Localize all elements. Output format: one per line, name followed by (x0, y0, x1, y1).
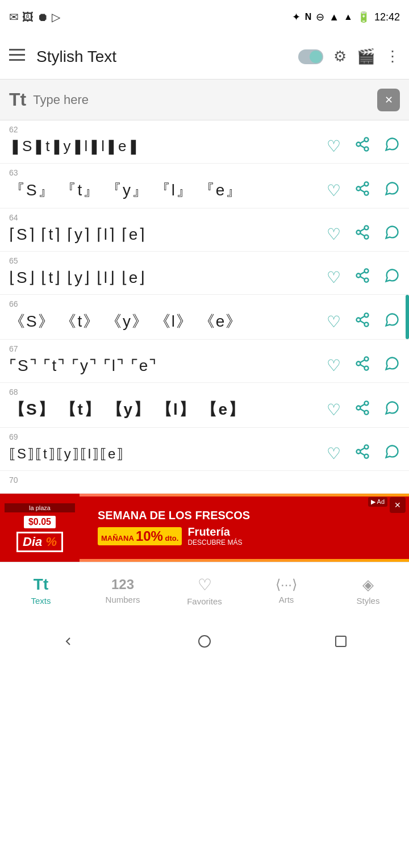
svg-line-26 (360, 320, 365, 323)
styled-text: 【S】 【t】 【y】 【l】 【e】 (9, 399, 327, 420)
status-bar: ✉ 🖼 ⏺ ▷ ✦ N ⊖ ▲ ▲ 🔋 12:42 (0, 0, 409, 34)
share-button[interactable] (354, 181, 370, 201)
svg-point-38 (365, 445, 369, 449)
styles-nav-label: Styles (357, 596, 380, 606)
svg-line-6 (360, 145, 365, 148)
signal-icon: ▲ (344, 12, 353, 22)
row-actions: ♡ (327, 312, 400, 332)
row-number: 63 (9, 168, 400, 177)
mute-icon: ⊖ (316, 11, 324, 23)
share-button[interactable] (354, 268, 370, 287)
svg-point-20 (365, 278, 369, 282)
favorite-button[interactable]: ♡ (327, 444, 341, 463)
whatsapp-button[interactable] (384, 181, 400, 201)
ad-fruteria: Frutería DESCUBRE MÁS (187, 525, 242, 546)
row-actions: ♡ (327, 224, 400, 244)
table-row: 66 《S》 《t》 《y》 《l》 《e》 ♡ (0, 295, 409, 340)
settings-button[interactable]: ⚙ (333, 48, 347, 65)
svg-line-37 (360, 404, 365, 407)
row-number: 65 (9, 256, 400, 265)
texts-nav-label: Texts (31, 596, 51, 606)
scroll-indicator (406, 295, 409, 339)
whatsapp-button[interactable] (384, 356, 400, 375)
ad-banner: la plaza $0.05 Dia % SEMANA de los FRESC… (0, 494, 409, 562)
table-row: 62 ❚S❚t❚y❚l❚l❚e❚ ♡ (0, 120, 409, 164)
row-content: ⟦S⟧⟦t⟧⟦y⟧⟦l⟧⟦e⟧ ♡ (9, 444, 400, 464)
more-button[interactable]: ⋮ (385, 48, 400, 65)
whatsapp-button[interactable] (384, 136, 400, 156)
styled-text: ❚S❚t❚y❚l❚l❚e❚ (9, 137, 327, 155)
theme-toggle[interactable] (298, 49, 323, 64)
svg-rect-0 (9, 49, 25, 51)
nav-item-numbers[interactable]: 123 Numbers (82, 577, 164, 604)
whatsapp-button[interactable] (384, 224, 400, 244)
svg-point-29 (357, 362, 361, 366)
whatsapp-button[interactable] (384, 444, 400, 464)
home-button[interactable] (190, 627, 219, 656)
styles-nav-icon: ◈ (362, 576, 374, 594)
svg-point-8 (365, 182, 369, 186)
clock: 12:42 (374, 11, 400, 23)
share-button[interactable] (354, 136, 370, 156)
row-number: 62 (9, 125, 400, 134)
row-content: ❚S❚t❚y❚l❚l❚e❚ ♡ (9, 136, 400, 156)
image-icon: 🖼 (22, 11, 34, 24)
styled-text: ⌈S⌉ ⌈t⌉ ⌈y⌉ ⌈l⌉ ⌈e⌉ (9, 225, 327, 244)
whatsapp-button[interactable] (384, 268, 400, 287)
favorite-button[interactable]: ♡ (327, 356, 341, 375)
svg-line-42 (360, 448, 365, 451)
nav-item-styles[interactable]: ◈ Styles (327, 576, 409, 606)
styles-list: 62 ❚S❚t❚y❚l❚l❚e❚ ♡ 63 (0, 120, 409, 494)
ad-close-button[interactable]: ✕ (390, 497, 406, 513)
favorite-button[interactable]: ♡ (327, 181, 341, 200)
share-button[interactable] (354, 400, 370, 420)
favorite-button[interactable]: ♡ (327, 137, 341, 156)
svg-rect-44 (336, 636, 346, 646)
row-content: ⌈S⌉ ⌈t⌉ ⌈y⌉ ⌈l⌉ ⌈e⌉ ♡ (9, 224, 400, 244)
svg-line-7 (360, 141, 365, 144)
favorites-nav-label: Favorites (187, 596, 222, 606)
system-navigation (0, 619, 409, 664)
clear-button[interactable]: ✕ (377, 89, 400, 111)
search-input[interactable] (33, 93, 370, 107)
favorite-button[interactable]: ♡ (327, 268, 341, 287)
share-button[interactable] (354, 444, 370, 464)
share-button[interactable] (354, 224, 370, 244)
store-button[interactable]: 🎬 (357, 48, 375, 65)
back-button[interactable] (54, 627, 82, 656)
share-button[interactable] (354, 356, 370, 375)
app-title: Stylish Text (36, 48, 287, 66)
share-button[interactable] (354, 312, 370, 332)
svg-point-15 (365, 235, 369, 239)
styled-text: ⌊S⌋ ⌊t⌋ ⌊y⌋ ⌊l⌋ ⌊e⌋ (9, 268, 327, 287)
favorite-button[interactable]: ♡ (327, 312, 341, 331)
app-bar-actions: ⚙ 🎬 ⋮ (298, 48, 400, 65)
row-number: 69 (9, 432, 400, 441)
ad-main-section[interactable]: SEMANA de los FRESCOS MAÑANA 10% dto. Fr… (80, 496, 409, 559)
row-content: ⌜S⌝ ⌜t⌝ ⌜y⌝ ⌜l⌝ ⌜e⌝ ♡ (9, 356, 400, 375)
favorite-button[interactable]: ♡ (327, 400, 341, 419)
numbers-nav-label: Numbers (106, 595, 140, 604)
whatsapp-button[interactable] (384, 400, 400, 420)
svg-point-25 (365, 322, 369, 326)
menu-button[interactable] (9, 48, 25, 65)
whatsapp-button[interactable] (384, 312, 400, 332)
font-size-icon: Tt (9, 89, 26, 110)
svg-point-19 (357, 274, 361, 278)
recent-button[interactable] (327, 627, 355, 656)
svg-line-41 (360, 453, 365, 456)
nav-item-arts[interactable]: ⟨···⟩ Arts (245, 577, 327, 604)
row-actions: ♡ (327, 356, 400, 375)
nav-item-texts[interactable]: Tt Texts (0, 575, 82, 606)
ad-manana: MAÑANA 10% dto. (98, 527, 182, 545)
row-actions: ♡ (327, 268, 400, 287)
svg-point-24 (357, 318, 361, 322)
svg-line-36 (360, 408, 365, 411)
svg-point-3 (365, 137, 369, 141)
favorite-button[interactable]: ♡ (327, 225, 341, 244)
nav-item-favorites[interactable]: ♡ Favorites (164, 575, 245, 606)
cast-icon: ▷ (52, 10, 60, 24)
svg-line-21 (360, 277, 365, 279)
arts-nav-icon: ⟨···⟩ (276, 577, 297, 592)
svg-point-30 (365, 366, 369, 370)
